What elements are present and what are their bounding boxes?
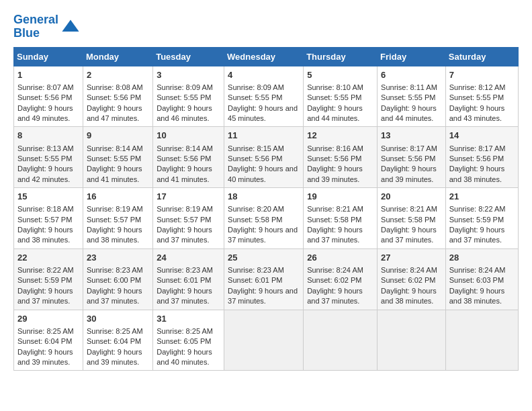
calendar-cell: 31Sunrise: 8:25 AMSunset: 6:05 PMDayligh… [153,310,224,371]
daylight-text: Daylight: 9 hours and 37 minutes. [307,225,373,246]
calendar-cell: 21Sunrise: 8:22 AMSunset: 5:59 PMDayligh… [445,188,518,249]
sunset-text: Sunset: 5:55 PM [228,93,300,103]
daylight-text: Daylight: 9 hours and 37 minutes. [228,286,300,307]
page-header: GeneralBlue [13,13,519,40]
sunset-text: Sunset: 5:56 PM [307,154,373,164]
daylight-text: Daylight: 9 hours and 38 minutes. [449,164,515,185]
day-number: 5 [307,69,373,81]
day-number: 24 [157,252,220,264]
daylight-text: Daylight: 9 hours and 37 minutes. [87,286,149,307]
calendar-week-row: 1Sunrise: 8:07 AMSunset: 5:56 PMDaylight… [14,66,519,127]
daylight-text: Daylight: 9 hours and 38 minutes. [381,286,442,307]
daylight-text: Daylight: 9 hours and 37 minutes. [157,286,220,307]
day-number: 8 [17,130,79,142]
calendar-cell: 22Sunrise: 8:22 AMSunset: 5:59 PMDayligh… [14,248,83,310]
calendar-cell [224,310,304,371]
sunset-text: Sunset: 5:55 PM [307,93,373,103]
calendar-cell: 27Sunrise: 8:24 AMSunset: 6:02 PMDayligh… [378,248,446,310]
sunrise-text: Sunrise: 8:23 AM [87,265,149,275]
sunset-text: Sunset: 5:57 PM [157,215,220,225]
sunset-text: Sunset: 6:00 PM [87,275,149,285]
day-number: 21 [449,191,515,203]
sunrise-text: Sunrise: 8:23 AM [157,265,220,275]
calendar-cell [304,310,378,371]
weekday-header-sunday: Sunday [14,47,83,66]
calendar-cell: 14Sunrise: 8:17 AMSunset: 5:56 PMDayligh… [445,127,518,188]
sunrise-text: Sunrise: 8:08 AM [87,83,149,93]
daylight-text: Daylight: 9 hours and 38 minutes. [17,225,79,246]
day-number: 9 [87,130,149,142]
sunset-text: Sunset: 6:04 PM [17,336,79,347]
sunset-text: Sunset: 5:58 PM [228,215,300,225]
calendar-cell: 5Sunrise: 8:10 AMSunset: 5:55 PMDaylight… [304,66,378,127]
sunrise-text: Sunrise: 8:07 AM [17,83,79,93]
sunrise-text: Sunrise: 8:24 AM [307,265,373,275]
sunrise-text: Sunrise: 8:12 AM [449,83,515,93]
sunset-text: Sunset: 5:56 PM [157,154,220,164]
sunrise-text: Sunrise: 8:09 AM [157,83,220,93]
calendar-cell: 13Sunrise: 8:17 AMSunset: 5:56 PMDayligh… [378,127,446,188]
sunset-text: Sunset: 5:57 PM [17,215,79,225]
sunset-text: Sunset: 6:04 PM [87,336,149,347]
sunset-text: Sunset: 6:02 PM [307,275,373,285]
sunset-text: Sunset: 5:59 PM [449,215,515,225]
sunrise-text: Sunrise: 8:25 AM [17,326,79,336]
sunset-text: Sunset: 6:01 PM [228,275,300,285]
sunset-text: Sunset: 5:55 PM [381,93,442,103]
weekday-header-row: SundayMondayTuesdayWednesdayThursdayFrid… [14,47,519,66]
sunrise-text: Sunrise: 8:25 AM [87,326,149,336]
sunrise-text: Sunrise: 8:25 AM [157,326,220,336]
calendar-cell [445,310,518,371]
sunset-text: Sunset: 6:03 PM [449,275,515,285]
sunrise-text: Sunrise: 8:24 AM [449,265,515,275]
calendar-cell: 24Sunrise: 8:23 AMSunset: 6:01 PMDayligh… [153,248,224,310]
day-number: 6 [381,69,442,81]
calendar-cell: 4Sunrise: 8:09 AMSunset: 5:55 PMDaylight… [224,66,304,127]
daylight-text: Daylight: 9 hours and 40 minutes. [157,347,220,368]
daylight-text: Daylight: 9 hours and 37 minutes. [157,225,220,246]
sunset-text: Sunset: 5:56 PM [87,93,149,103]
calendar-cell: 23Sunrise: 8:23 AMSunset: 6:00 PMDayligh… [83,248,152,310]
day-number: 12 [307,130,373,142]
sunrise-text: Sunrise: 8:22 AM [449,204,515,214]
svg-marker-0 [62,19,79,32]
day-number: 28 [449,252,515,264]
daylight-text: Daylight: 9 hours and 37 minutes. [228,225,300,246]
sunrise-text: Sunrise: 8:21 AM [381,204,442,214]
sunrise-text: Sunrise: 8:21 AM [307,204,373,214]
day-number: 11 [228,130,300,142]
day-number: 1 [17,69,79,81]
daylight-text: Daylight: 9 hours and 43 minutes. [449,103,515,124]
sunrise-text: Sunrise: 8:10 AM [307,83,373,93]
day-number: 4 [228,69,300,81]
day-number: 23 [87,252,149,264]
daylight-text: Daylight: 9 hours and 37 minutes. [381,225,442,246]
sunset-text: Sunset: 5:56 PM [17,93,79,103]
sunset-text: Sunset: 5:55 PM [449,93,515,103]
sunrise-text: Sunrise: 8:16 AM [307,144,373,154]
sunrise-text: Sunrise: 8:17 AM [381,144,442,154]
day-number: 22 [17,252,79,264]
calendar-cell: 12Sunrise: 8:16 AMSunset: 5:56 PMDayligh… [304,127,378,188]
daylight-text: Daylight: 9 hours and 44 minutes. [307,103,373,124]
weekday-header-friday: Friday [378,47,446,66]
daylight-text: Daylight: 9 hours and 37 minutes. [17,286,79,307]
daylight-text: Daylight: 9 hours and 47 minutes. [87,103,149,124]
sunset-text: Sunset: 5:55 PM [17,154,79,164]
calendar-cell: 6Sunrise: 8:11 AMSunset: 5:55 PMDaylight… [378,66,446,127]
day-number: 30 [87,313,149,325]
calendar-cell: 3Sunrise: 8:09 AMSunset: 5:55 PMDaylight… [153,66,224,127]
calendar-cell: 28Sunrise: 8:24 AMSunset: 6:03 PMDayligh… [445,248,518,310]
sunset-text: Sunset: 5:56 PM [449,154,515,164]
calendar-cell: 25Sunrise: 8:23 AMSunset: 6:01 PMDayligh… [224,248,304,310]
sunset-text: Sunset: 6:05 PM [157,336,220,347]
day-number: 15 [17,191,79,203]
sunset-text: Sunset: 5:57 PM [87,215,149,225]
logo: GeneralBlue [13,13,80,40]
calendar-cell: 9Sunrise: 8:14 AMSunset: 5:55 PMDaylight… [83,127,152,188]
sunrise-text: Sunrise: 8:14 AM [87,144,149,154]
sunset-text: Sunset: 5:56 PM [381,154,442,164]
sunrise-text: Sunrise: 8:14 AM [157,144,220,154]
daylight-text: Daylight: 9 hours and 44 minutes. [381,103,442,124]
calendar-cell: 29Sunrise: 8:25 AMSunset: 6:04 PMDayligh… [14,310,83,371]
